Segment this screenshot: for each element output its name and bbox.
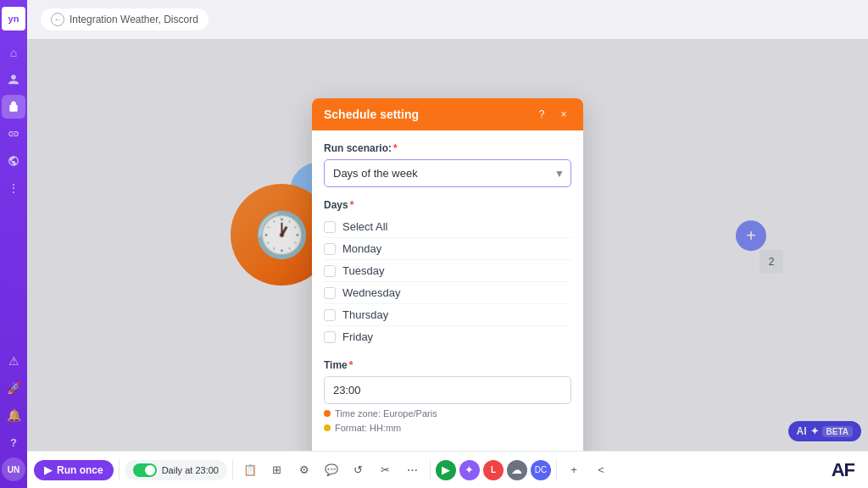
toolbar-settings-button[interactable]: ⚙ bbox=[292, 458, 316, 482]
toolbar-discord-button[interactable]: DC bbox=[531, 460, 551, 480]
friday-row[interactable]: Friday bbox=[324, 326, 571, 347]
monday-checkbox[interactable] bbox=[324, 243, 336, 255]
modal-body: Run scenario:* Days of the week Minutes … bbox=[312, 130, 583, 451]
bottom-toolbar: ▶ Run once Daily at 23:00 📋 ⊞ ⚙ 💬 ↺ ✂ ⋯ … bbox=[27, 451, 868, 488]
toolbar-undo-button[interactable]: ↺ bbox=[347, 458, 370, 482]
sidebar-item-globe[interactable] bbox=[2, 149, 25, 173]
toolbar-back-button[interactable]: < bbox=[589, 458, 613, 482]
monday-label: Monday bbox=[342, 242, 381, 255]
days-label: Days* bbox=[324, 199, 571, 211]
main-content: ← Integration Weather, Discord 🕐 Wea Get… bbox=[27, 0, 868, 488]
modal-help-button[interactable]: ? bbox=[534, 107, 549, 122]
sidebar-item-share[interactable] bbox=[2, 95, 25, 119]
wednesday-checkbox[interactable] bbox=[324, 287, 336, 299]
format-text: Format: HH:mm bbox=[335, 423, 401, 433]
time-section: Time* Time zone: Europe/Paris Format: HH… bbox=[324, 359, 571, 433]
schedule-label: Daily at 23:00 bbox=[162, 465, 219, 475]
toolbar-green-button[interactable]: ▶ bbox=[436, 460, 456, 480]
sidebar-logo[interactable]: yn bbox=[2, 7, 25, 30]
back-arrow-icon[interactable]: ← bbox=[51, 13, 64, 26]
toolbar-grid-button[interactable]: ⊞ bbox=[265, 458, 289, 482]
time-label: Time* bbox=[324, 359, 571, 371]
sidebar-item-home[interactable]: ⌂ bbox=[2, 41, 25, 64]
thursday-row[interactable]: Thursday bbox=[324, 304, 571, 326]
run-scenario-label: Run scenario:* bbox=[324, 142, 571, 154]
format-info: Format: HH:mm bbox=[324, 423, 571, 433]
monday-row[interactable]: Monday bbox=[324, 238, 571, 260]
sidebar: yn ⌂ ⋮ ⚠ 🚀 🔔 ? UN bbox=[0, 0, 27, 488]
toolbar-divider-3 bbox=[430, 460, 431, 480]
sidebar-item-users[interactable] bbox=[2, 68, 25, 92]
modal-overlay: Schedule setting ? × Run scenario:* Days… bbox=[27, 39, 868, 451]
timezone-info: Time zone: Europe/Paris bbox=[324, 408, 571, 419]
time-input[interactable] bbox=[324, 376, 571, 404]
run-scenario-select-wrapper: Days of the week Minutes Hours Days Week… bbox=[324, 159, 571, 187]
schedule-modal: Schedule setting ? × Run scenario:* Days… bbox=[312, 98, 583, 451]
run-once-button[interactable]: ▶ Run once bbox=[34, 460, 114, 480]
toolbar-divider-1 bbox=[119, 460, 120, 480]
timezone-dot bbox=[324, 410, 331, 417]
modal-close-button[interactable]: × bbox=[556, 107, 571, 122]
header: ← Integration Weather, Discord bbox=[27, 0, 868, 39]
friday-label: Friday bbox=[342, 330, 373, 343]
toolbar-divider-4 bbox=[556, 460, 557, 480]
select-all-row[interactable]: Select All bbox=[324, 216, 571, 238]
sidebar-item-help[interactable]: ? bbox=[2, 430, 25, 454]
thursday-label: Thursday bbox=[342, 308, 388, 321]
friday-checkbox[interactable] bbox=[324, 331, 336, 343]
toolbar-notes-button[interactable]: 💬 bbox=[320, 458, 343, 482]
toolbar-cut-button[interactable]: ✂ bbox=[374, 458, 398, 482]
modal-title: Schedule setting bbox=[324, 108, 419, 121]
af-badge: AF bbox=[832, 459, 854, 481]
sidebar-item-warning[interactable]: ⚠ bbox=[2, 349, 25, 373]
tuesday-checkbox[interactable] bbox=[324, 265, 336, 277]
logo-text: yn bbox=[8, 14, 19, 24]
sidebar-item-avatar[interactable]: UN bbox=[2, 458, 25, 481]
sidebar-item-bell[interactable]: 🔔 bbox=[2, 403, 25, 427]
tuesday-row[interactable]: Tuesday bbox=[324, 260, 571, 282]
wednesday-row[interactable]: Wednesday bbox=[324, 282, 571, 304]
format-dot bbox=[324, 424, 331, 431]
run-scenario-select[interactable]: Days of the week Minutes Hours Days Week… bbox=[324, 159, 571, 187]
breadcrumb[interactable]: ← Integration Weather, Discord bbox=[41, 8, 209, 30]
toolbar-copy-button[interactable]: 📋 bbox=[238, 458, 262, 482]
sidebar-bottom: ⚠ 🚀 🔔 ? UN bbox=[2, 349, 25, 481]
schedule-badge[interactable]: Daily at 23:00 bbox=[125, 460, 227, 480]
toolbar-add-button[interactable]: + bbox=[562, 458, 586, 482]
select-all-checkbox[interactable] bbox=[324, 221, 336, 233]
sidebar-item-link[interactable] bbox=[2, 122, 25, 146]
days-section: Days* Select All Monday Tuesday bbox=[324, 199, 571, 347]
sidebar-item-rocket[interactable]: 🚀 bbox=[2, 376, 25, 400]
timezone-text: Time zone: Europe/Paris bbox=[335, 408, 437, 419]
canvas-area: 🕐 Wea Get daily wea + 2 Schedule setting… bbox=[27, 39, 868, 451]
toolbar-lt-button[interactable]: L bbox=[483, 460, 504, 480]
run-once-play-icon: ▶ bbox=[44, 464, 52, 476]
toolbar-cloud-button[interactable]: ☁ bbox=[507, 460, 527, 480]
toolbar-star-button[interactable]: ✦ bbox=[459, 460, 480, 480]
select-all-label: Select All bbox=[342, 220, 387, 233]
modal-header-actions: ? × bbox=[534, 107, 571, 122]
wednesday-label: Wednesday bbox=[342, 286, 400, 299]
tuesday-label: Tuesday bbox=[342, 264, 384, 277]
run-once-label: Run once bbox=[57, 464, 103, 476]
thursday-checkbox[interactable] bbox=[324, 309, 336, 321]
toolbar-more-button[interactable]: ⋯ bbox=[401, 458, 425, 482]
sidebar-item-more[interactable]: ⋮ bbox=[2, 176, 25, 200]
breadcrumb-text: Integration Weather, Discord bbox=[70, 14, 198, 25]
schedule-toggle[interactable] bbox=[133, 463, 157, 477]
toolbar-divider-2 bbox=[232, 460, 233, 480]
modal-header: Schedule setting ? × bbox=[312, 98, 583, 130]
